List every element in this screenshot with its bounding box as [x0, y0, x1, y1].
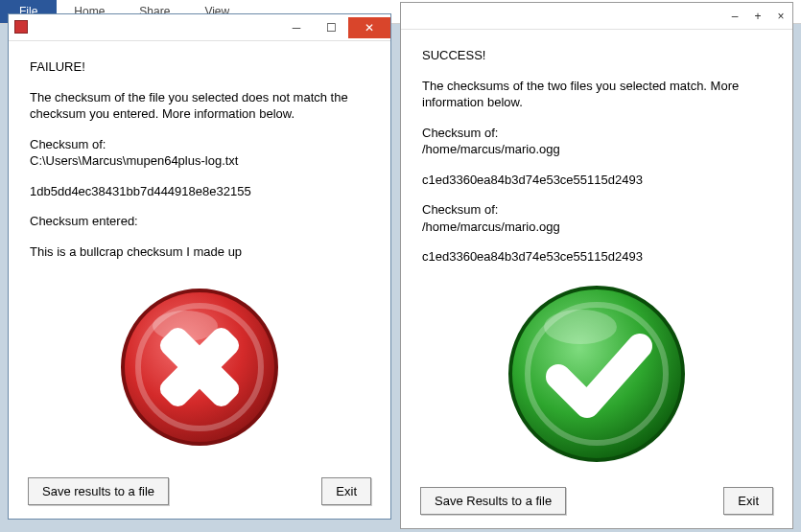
close-button[interactable]: ✕ — [348, 17, 390, 38]
message: The checksums of the two files you selec… — [422, 78, 771, 111]
save-results-button[interactable]: Save Results to a file — [420, 487, 566, 515]
success-window: – + × SUCCESS! The checksums of the two … — [400, 2, 793, 529]
maximize-button[interactable]: ☐ — [314, 17, 348, 38]
button-bar: Save Results to a file Exit — [401, 479, 792, 528]
button-bar: Save results to a file Exit — [9, 470, 390, 519]
error-cross-icon — [118, 286, 281, 449]
failure-window: ─ ☐ ✕ FAILURE! The checksum of the file … — [8, 13, 391, 520]
message: The checksum of the file you selected do… — [30, 89, 369, 123]
exit-button[interactable]: Exit — [723, 487, 773, 515]
heading: SUCCESS! — [422, 47, 771, 64]
save-results-button[interactable]: Save results to a file — [28, 477, 169, 505]
titlebar: – + × — [401, 3, 792, 30]
minimize-button[interactable]: ─ — [279, 17, 314, 38]
window-body: FAILURE! The checksum of the file you se… — [9, 41, 390, 470]
exit-button[interactable]: Exit — [321, 477, 371, 505]
tk-icon — [14, 20, 28, 34]
window-body: SUCCESS! The checksums of the two files … — [401, 30, 792, 479]
minimize-button[interactable]: – — [723, 6, 746, 27]
heading: FAILURE! — [30, 58, 369, 76]
checksum-label-2: Checksum of: /home/marcus/mario.ogg — [422, 201, 771, 235]
success-check-icon — [506, 283, 688, 465]
checksum-value-2: c1ed3360ea84b3d74e53ce55115d2493 — [422, 248, 771, 266]
entered-value: This is a bullcrap checksum I made up — [30, 243, 369, 261]
entered-label: Checksum entered: — [30, 213, 369, 230]
close-button[interactable]: × — [769, 6, 792, 27]
checksum-label: Checksum of: C:\Users\Marcus\mupen64plus… — [30, 136, 369, 170]
svg-point-7 — [544, 310, 617, 344]
checksum-label-1: Checksum of: /home/marcus/mario.ogg — [422, 125, 771, 158]
titlebar: ─ ☐ ✕ — [9, 14, 390, 41]
checksum-value-1: c1ed3360ea84b3d74e53ce55115d2493 — [422, 172, 771, 189]
svg-point-4 — [153, 311, 218, 341]
checksum-value: 1db5dd4ec38431bb7d444918e8e32155 — [30, 183, 369, 200]
maximize-button[interactable]: + — [746, 6, 769, 27]
